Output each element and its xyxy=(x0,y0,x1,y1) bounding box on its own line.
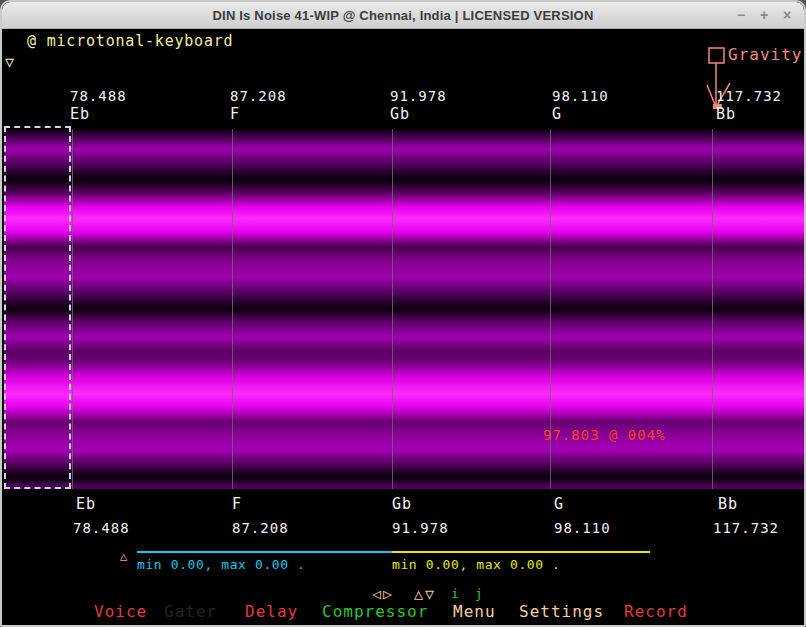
menu-item-record[interactable]: Record xyxy=(624,602,688,621)
cursor-frequency-readout: 97.803 @ 004% xyxy=(543,427,666,443)
freq-label-top: 117.732 xyxy=(716,88,782,104)
freq-label-bottom: 91.978 xyxy=(392,520,449,536)
note-label-bottom: Gb xyxy=(392,495,412,513)
note-boundary-line xyxy=(232,129,233,489)
freq-label-top: 87.208 xyxy=(230,88,287,104)
left-scroll-triangle-icon[interactable]: ▽ xyxy=(5,53,14,71)
window-controls: − + × xyxy=(734,2,794,28)
freq-label-bottom: 117.732 xyxy=(713,520,779,536)
menu-item-voice[interactable]: Voice xyxy=(94,602,147,621)
close-icon[interactable]: × xyxy=(780,2,794,28)
note-boundary-line xyxy=(72,129,73,489)
note-boundary-line xyxy=(392,129,393,489)
menu-item-gater[interactable]: Gater xyxy=(164,602,217,621)
title-bar[interactable]: DIN Is Noise 41-WIP @ Chennai, India | L… xyxy=(2,2,804,29)
note-label-bottom: Bb xyxy=(718,495,738,513)
note-label-top: Bb xyxy=(716,105,736,123)
note-label-bottom: F xyxy=(232,495,242,513)
freq-label-bottom: 78.488 xyxy=(73,520,130,536)
client-area: @ microtonal-keyboard ▽ Gravity 78.488 8… xyxy=(2,29,804,625)
selection-rectangle[interactable] xyxy=(4,126,71,489)
octave-left-right-icons[interactable]: ◁▷ xyxy=(372,585,394,603)
note-label-bottom: Eb xyxy=(76,495,96,513)
freq-label-top: 91.978 xyxy=(390,88,447,104)
range-minmax-left: min 0.00, max 0.00 . xyxy=(137,557,306,572)
freq-label-top: 98.110 xyxy=(552,88,609,104)
range-marker-triangle-icon[interactable]: △ xyxy=(120,549,127,563)
freq-label-bottom: 98.110 xyxy=(554,520,611,536)
maximize-icon[interactable]: + xyxy=(757,2,771,28)
menu-item-compressor[interactable]: Compressor xyxy=(322,602,428,621)
menu-item-settings[interactable]: Settings xyxy=(519,602,604,621)
patch-title: @ microtonal-keyboard xyxy=(27,32,233,50)
range-minmax-right: min 0.00, max 0.00 . xyxy=(392,557,561,572)
freq-label-top: 78.488 xyxy=(70,88,127,104)
ij-shortcut-icons[interactable]: i j xyxy=(451,586,486,601)
note-boundary-line xyxy=(712,129,713,489)
menu-item-menu[interactable]: Menu xyxy=(453,602,496,621)
note-label-bottom: G xyxy=(554,495,564,513)
minimize-icon[interactable]: − xyxy=(734,2,748,28)
note-label-top: Eb xyxy=(70,105,90,123)
app-window: DIN Is Noise 41-WIP @ Chennai, India | L… xyxy=(0,0,806,627)
gravity-label[interactable]: Gravity xyxy=(728,45,802,64)
menu-item-delay[interactable]: Delay xyxy=(245,602,298,621)
note-label-top: F xyxy=(230,105,240,123)
octave-up-down-icons[interactable]: △▽ xyxy=(414,585,436,603)
keyboard-band-area[interactable] xyxy=(4,129,806,489)
freq-label-bottom: 87.208 xyxy=(232,520,289,536)
range-line-left[interactable] xyxy=(137,551,392,553)
note-label-top: G xyxy=(552,105,562,123)
range-line-right[interactable] xyxy=(392,551,650,553)
note-label-top: Gb xyxy=(390,105,410,123)
window-title: DIN Is Noise 41-WIP @ Chennai, India | L… xyxy=(212,8,593,23)
